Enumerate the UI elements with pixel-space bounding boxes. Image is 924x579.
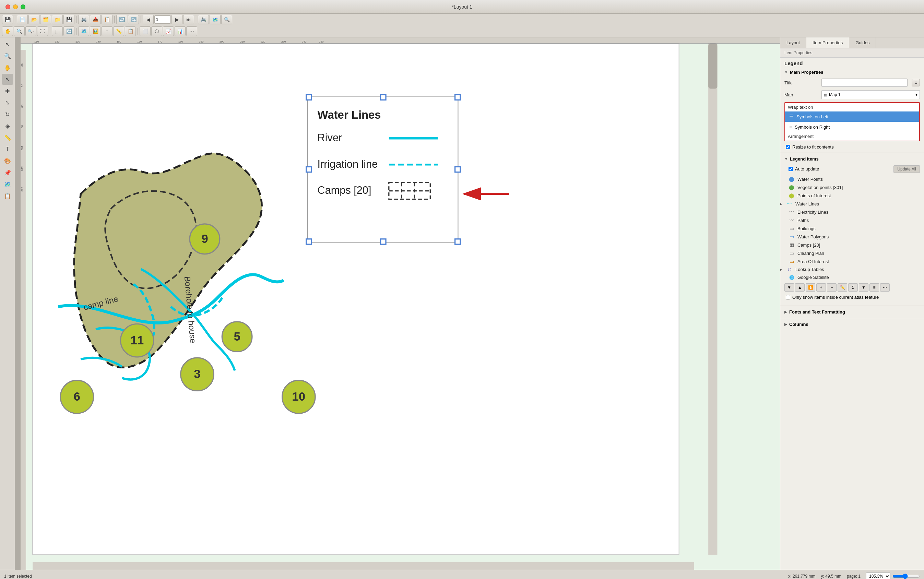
remove-item-button[interactable]: −: [827, 283, 837, 291]
expand-water-lines-icon[interactable]: ▶: [780, 202, 784, 206]
add-line-tool[interactable]: 📈: [163, 26, 174, 36]
add-chart-tool[interactable]: 📊: [175, 26, 186, 36]
color-tool[interactable]: 🎨: [2, 155, 13, 166]
zoom-in-tool[interactable]: 🔍: [14, 26, 25, 36]
tab-guides[interactable]: Guides: [849, 38, 876, 48]
legend-items-section: ▼ Legend Items Auto update Update All ⬤: [780, 154, 924, 304]
tab-item-properties[interactable]: Item Properties: [806, 38, 849, 48]
symbols-dropdown: ☰ Symbols on Left ≡ Symbols on Right: [785, 111, 919, 132]
zoom-slider[interactable]: [893, 574, 920, 579]
title-options-button[interactable]: ≡: [912, 79, 920, 87]
svg-text:3: 3: [194, 367, 201, 380]
ruler-tool[interactable]: 📏: [2, 132, 13, 143]
move-top-button[interactable]: ⏫: [806, 283, 815, 291]
pan-tool[interactable]: ✋: [2, 26, 13, 36]
pin-tool[interactable]: 📌: [2, 167, 13, 178]
fonts-group: ▶ Fonts and Text Formatting: [780, 307, 924, 317]
undo-button[interactable]: ↩️: [116, 15, 127, 25]
zoom-control: 185.3% 100% 50% 200%: [866, 572, 920, 579]
zoom-full-tool[interactable]: ⛶: [37, 26, 48, 36]
panel-header: Item Properties: [780, 48, 924, 57]
refresh-tool[interactable]: 🔄: [64, 26, 74, 36]
ruler-mark: 230: [281, 40, 286, 43]
redo-button[interactable]: ↪️: [128, 15, 139, 25]
add-poly-tool[interactable]: ⬡: [151, 26, 162, 36]
add-more-tool[interactable]: ⋯: [186, 26, 197, 36]
zoom-tool[interactable]: 🔍: [2, 51, 13, 61]
print-button[interactable]: 🖨️: [78, 15, 89, 25]
nodes-tool[interactable]: ◈: [2, 120, 13, 131]
maximize-button[interactable]: [21, 5, 25, 9]
atlas-button[interactable]: 🗺️: [209, 15, 221, 25]
page-input[interactable]: 1: [154, 15, 171, 24]
add-northarrow-tool[interactable]: ↑: [101, 26, 113, 36]
save-button[interactable]: 💾: [2, 15, 13, 25]
move-tool[interactable]: ✚: [2, 85, 13, 96]
table-tool[interactable]: 📋: [2, 190, 13, 201]
move-down-button[interactable]: ▼: [784, 283, 794, 291]
divider-2: [780, 306, 924, 306]
close-button[interactable]: [5, 5, 10, 9]
tab-layout[interactable]: Layout: [780, 38, 806, 48]
fonts-header[interactable]: ▶ Fonts and Text Formatting: [780, 307, 924, 317]
btn5[interactable]: 💾: [64, 15, 74, 25]
minimize-button[interactable]: [13, 5, 18, 9]
left-toolbar: ↖ 🔍 ✋ ↖ ✚ ⤡ ↻ ◈ 📏 T 🎨 📌 🗺️ 📋: [0, 38, 15, 570]
filter2-button[interactable]: ≡: [870, 283, 879, 291]
main-properties-header[interactable]: ▼ Main Properties: [780, 67, 924, 77]
columns-header[interactable]: ▶ Columns: [780, 320, 924, 329]
symbols-on-right-option[interactable]: ≡ Symbols on Right: [785, 122, 919, 132]
more-button[interactable]: ⋯: [880, 283, 890, 291]
legend-item-tools: ▼ ▲ ⏫ + − ✏️ Σ ▼ ≡ ⋯: [784, 283, 890, 291]
add-legend-tool[interactable]: 📋: [125, 26, 136, 36]
symbols-on-left-label: Symbols on Left: [796, 114, 828, 119]
add-map-tool[interactable]: 🗺️: [78, 26, 89, 36]
add-shape-tool[interactable]: ⬜: [140, 26, 150, 36]
open-button[interactable]: 📂: [28, 15, 39, 25]
next-page[interactable]: ▶: [172, 15, 183, 25]
select-tool[interactable]: ↖: [2, 39, 13, 50]
filter-button[interactable]: ▼: [859, 283, 868, 291]
zoom-select[interactable]: 185.3% 100% 50% 200%: [866, 572, 890, 579]
btn4[interactable]: 📁: [52, 15, 63, 25]
settings-button[interactable]: 🔍: [221, 15, 232, 25]
map-selector[interactable]: ▦ Map 1 ▾: [821, 90, 920, 99]
prev-page[interactable]: ◀: [143, 15, 154, 25]
export2-button[interactable]: 📋: [101, 15, 113, 25]
auto-update-checkbox[interactable]: [788, 167, 793, 171]
select-all-tool[interactable]: ⬚: [52, 26, 63, 36]
edit-item-button[interactable]: ✏️: [837, 283, 847, 291]
text-tool[interactable]: T: [2, 144, 13, 155]
zoom-out-tool[interactable]: 🔍-: [25, 26, 36, 36]
rotate-tool[interactable]: ↻: [2, 109, 13, 120]
atlas-tool[interactable]: 🗺️: [2, 179, 13, 190]
edit-tool[interactable]: ↖: [2, 74, 13, 85]
title-input[interactable]: [821, 79, 908, 87]
export-button[interactable]: 📤: [90, 15, 101, 25]
new-button[interactable]: 📄: [17, 15, 28, 25]
resize-checkbox[interactable]: [786, 145, 790, 149]
last-page[interactable]: ⏭: [183, 15, 194, 25]
titlebar: *Layout 1: [0, 0, 924, 14]
sum-button[interactable]: Σ: [848, 283, 858, 291]
print2-button[interactable]: 🖨️: [198, 15, 209, 25]
move-up-button[interactable]: ▲: [795, 283, 805, 291]
resize-tool[interactable]: ⤡: [2, 97, 13, 108]
toolbar-row-1: 💾 📄 📂 🗂️ 📁 💾 🖨️ 📤 📋 ↩️ ↪️ ◀ 1 ▶ ⏭ 🖨️ 🗺️ …: [0, 14, 924, 25]
svg-rect-37: [708, 44, 717, 88]
only-show-checkbox[interactable]: [786, 295, 790, 299]
pan-tool-v[interactable]: ✋: [2, 62, 13, 73]
expand-lookup-icon[interactable]: ▶: [780, 268, 784, 272]
ruler-mark: 120: [55, 40, 59, 43]
btn3[interactable]: 🗂️: [40, 15, 51, 25]
only-show-label: Only show items inside current atlas fea…: [792, 294, 879, 300]
chevron-right-icon-2: ▶: [784, 322, 787, 326]
add-image-tool[interactable]: 🖼️: [90, 26, 101, 36]
add-scalebar-tool[interactable]: 📏: [113, 26, 124, 36]
legend-items-header[interactable]: ▼ Legend Items: [780, 154, 924, 164]
window-controls: [5, 5, 25, 9]
toolbar-separator-4: [141, 16, 141, 23]
add-item-button[interactable]: +: [816, 283, 826, 291]
symbols-on-left-option[interactable]: ☰ Symbols on Left: [785, 111, 919, 122]
update-all-button[interactable]: Update All: [893, 165, 920, 173]
